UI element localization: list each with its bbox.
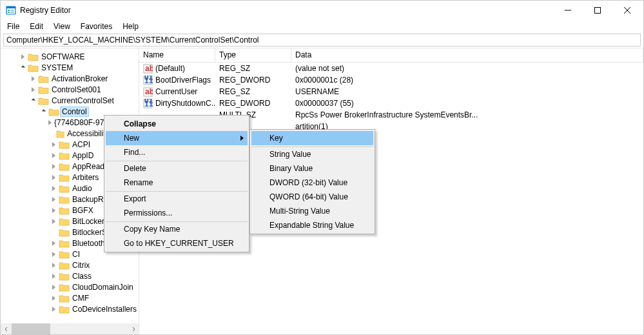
minimize-button[interactable] (553, 1, 583, 20)
submenu-arrow-icon (240, 136, 244, 141)
tree-item-class[interactable]: Class (1, 270, 139, 281)
value-data: 0x0000001c (28) (291, 76, 643, 85)
menu-item-new-multistring[interactable]: Multi-String Value (251, 204, 373, 218)
address-text: Computer\HKEY_LOCAL_MACHINE\SYSTEM\Curre… (6, 36, 259, 45)
value-type: REG_SZ (215, 64, 291, 73)
folder-icon (59, 206, 70, 215)
value-name: BootDriverFlags (155, 76, 211, 85)
tree-item-currentcontrolset[interactable]: CurrentControlSet (1, 95, 139, 106)
svg-rect-12 (595, 8, 601, 14)
tree-item-citrix[interactable]: Citrix (1, 259, 139, 270)
folder-icon (59, 239, 70, 248)
value-name: DirtyShutdownC... (155, 99, 215, 108)
folder-icon (59, 151, 70, 160)
folder-icon (59, 184, 70, 193)
value-type: REG_DWORD (215, 76, 291, 85)
menu-item-new-dword[interactable]: DWORD (32-bit) Value (251, 176, 373, 190)
value-name: (Default) (155, 64, 185, 73)
folder-icon (59, 173, 70, 182)
value-type-icon (143, 87, 153, 97)
menu-item-find[interactable]: Find... (106, 145, 248, 159)
value-type: REG_SZ (215, 87, 291, 96)
tree-item-codeviceinstallers[interactable]: CoDeviceInstallers (1, 303, 139, 314)
value-row[interactable]: DirtyShutdownC...REG_DWORD0x00000037 (55… (139, 97, 643, 109)
menu-item-new[interactable]: New (106, 131, 248, 145)
menu-file[interactable]: File (2, 21, 24, 32)
folder-icon (59, 250, 70, 259)
folder-icon (59, 140, 70, 149)
menu-help[interactable]: Help (117, 21, 144, 32)
value-data: (value not set) (291, 64, 643, 73)
tree-item-activationbroker[interactable]: ActivationBroker (1, 73, 139, 84)
app-icon (6, 5, 16, 15)
folder-icon (38, 74, 49, 83)
folder-icon (48, 107, 59, 116)
tree-item-clouddomain[interactable]: CloudDomainJoin (1, 281, 139, 292)
value-data: 0x00000037 (55) (291, 99, 643, 108)
menu-item-new-expandstring[interactable]: Expandable String Value (251, 218, 373, 232)
menu-view[interactable]: View (48, 21, 75, 32)
menu-item-goto-hkcu[interactable]: Go to HKEY_CURRENT_USER (106, 236, 248, 250)
menu-item-new-qword[interactable]: QWORD (64-bit) Value (251, 190, 373, 204)
folder-icon (59, 217, 70, 226)
tree-item-controlset001[interactable]: ControlSet001 (1, 84, 139, 95)
scroll-thumb[interactable] (12, 323, 50, 334)
scroll-left-icon[interactable] (1, 323, 12, 334)
menu-item-delete[interactable]: Delete (106, 161, 248, 176)
folder-icon (28, 63, 39, 72)
folder-icon (59, 283, 70, 292)
value-data: USERNAME (291, 87, 643, 96)
address-bar[interactable]: Computer\HKEY_LOCAL_MACHINE\SYSTEM\Curre… (3, 34, 641, 46)
window-title: Registry Editor (20, 6, 553, 15)
folder-icon (56, 129, 64, 138)
menu-favorites[interactable]: Favorites (75, 21, 117, 32)
column-data[interactable]: Data (291, 48, 643, 62)
tree-horizontal-scrollbar[interactable] (1, 323, 139, 334)
close-button[interactable] (612, 1, 642, 20)
value-name: CurrentUser (155, 87, 197, 96)
value-data: RpcSs Power BrokerInfrastructure SystemE… (291, 110, 643, 119)
value-row[interactable]: CurrentUserREG_SZUSERNAME (139, 86, 643, 97)
tree-item-software[interactable]: SOFTWARE (1, 51, 139, 62)
title-bar: Registry Editor (1, 1, 643, 20)
menu-bar: File Edit View Favorites Help (1, 20, 643, 32)
maximize-button[interactable] (583, 1, 612, 20)
column-type[interactable]: Type (215, 48, 291, 62)
folder-icon (38, 96, 49, 105)
menu-item-rename[interactable]: Rename (106, 176, 248, 190)
folder-icon (59, 272, 70, 281)
value-type-icon (143, 64, 153, 74)
folder-icon (59, 162, 70, 171)
menu-item-export[interactable]: Export (106, 192, 248, 206)
menu-item-new-key[interactable]: Key (251, 131, 373, 145)
folder-icon (59, 305, 70, 314)
tree-item-system[interactable]: SYSTEM (1, 62, 139, 73)
tree-item-cmf[interactable]: CMF (1, 292, 139, 303)
context-menu: Collapse New Find... Delete Rename Expor… (104, 115, 249, 252)
value-row[interactable]: BootDriverFlagsREG_DWORD0x0000001c (28) (139, 74, 643, 86)
value-row[interactable]: (Default)REG_SZ(value not set) (139, 63, 643, 74)
value-type-icon (143, 76, 153, 85)
menu-edit[interactable]: Edit (24, 21, 48, 32)
menu-item-new-binary[interactable]: Binary Value (251, 161, 373, 176)
folder-icon (59, 195, 70, 204)
value-type: REG_DWORD (215, 99, 291, 108)
menu-item-new-string[interactable]: String Value (251, 147, 373, 161)
folder-icon (28, 52, 39, 61)
values-header: Name Type Data (139, 48, 643, 63)
menu-item-permissions[interactable]: Permissions... (106, 206, 248, 220)
context-submenu-new: Key String Value Binary Value DWORD (32-… (249, 129, 375, 234)
folder-icon (59, 261, 70, 270)
folder-icon (38, 85, 49, 94)
menu-item-collapse[interactable]: Collapse (106, 117, 248, 131)
value-type-icon (143, 99, 153, 108)
scroll-right-icon[interactable] (128, 323, 139, 334)
column-name[interactable]: Name (139, 48, 215, 62)
menu-item-copy-key-name[interactable]: Copy Key Name (106, 222, 248, 236)
folder-icon (59, 294, 70, 303)
folder-icon (59, 228, 70, 237)
